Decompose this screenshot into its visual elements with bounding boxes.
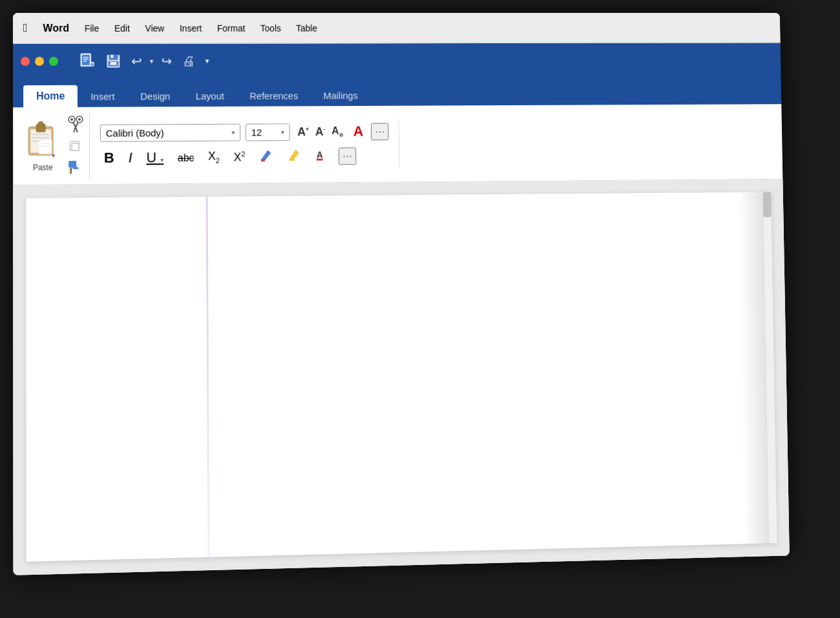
menu-item-edit[interactable]: Edit [114,23,130,33]
mac-menubar:  Word File Edit View Insert Format Tool… [13,13,781,44]
menu-item-insert[interactable]: Insert [180,23,202,33]
svg-rect-1 [82,55,90,65]
close-button[interactable] [21,57,30,66]
tab-home[interactable]: Home [23,85,78,107]
svg-text:▾: ▾ [52,152,55,158]
font-name-dropdown-arrow: ▾ [231,129,235,136]
word-window: ↩ ▾ ↪ 🖨 ▾ Home Insert Design Layout [13,43,790,575]
text-color-button[interactable]: A [311,147,332,167]
svg-line-29 [76,121,78,127]
new-document-button[interactable] [75,50,100,72]
increase-font-size-button[interactable]: A+ [295,124,311,140]
underline-button[interactable]: U ▾ [142,148,167,167]
svg-rect-36 [261,159,265,161]
toolbar-icons: ↩ ▾ ↪ 🖨 ▾ [75,50,213,72]
font-size-dropdown-arrow: ▾ [281,129,284,136]
menu-item-format[interactable]: Format [217,23,246,33]
font-glyph-button[interactable] [255,147,277,167]
document-artifact [206,197,210,557]
tab-insert[interactable]: Insert [78,86,127,107]
screen-container:  Word File Edit View Insert Format Tool… [13,13,790,575]
ribbon-content: ▾ Paste [13,104,782,185]
tab-design[interactable]: Design [127,85,183,107]
document-area [13,180,790,575]
document-page[interactable] [26,192,777,561]
svg-line-31 [76,127,78,132]
maximize-button[interactable] [49,57,58,66]
print-button[interactable]: 🖨 [178,51,199,71]
svg-text:A: A [317,150,323,160]
format-painter-button[interactable] [67,159,84,177]
menu-item-tools[interactable]: Tools [260,23,281,33]
scrollbar-thumb[interactable] [763,192,772,217]
svg-rect-19 [38,121,43,127]
font-size-buttons: A+ A- A⊘ [295,123,346,139]
apple-menu-icon[interactable]:  [23,21,28,35]
undo-button[interactable]: ↩ [127,51,146,72]
svg-rect-37 [289,159,295,161]
bold-button[interactable]: B [100,148,118,167]
svg-rect-12 [110,62,116,65]
tab-references[interactable]: References [237,85,311,107]
tab-mailings[interactable]: Mailings [311,85,371,106]
undo-dropdown-button[interactable]: ▾ [149,57,155,65]
paste-label: Paste [33,163,53,172]
font-more-button[interactable]: ⋯ [371,123,388,140]
svg-point-26 [70,118,73,120]
paste-area: ▾ Paste [26,120,59,172]
svg-rect-20 [39,139,52,154]
font-row-1: Calibri (Body) ▾ 12 ▾ A+ A- A⊘ [100,122,388,143]
cut-button[interactable] [67,114,84,134]
clipboard-section: ▾ Paste [21,111,90,180]
italic-button[interactable]: I [125,148,136,167]
menu-item-word[interactable]: Word [43,22,69,34]
traffic-lights [21,57,58,66]
decrease-font-size-button[interactable]: A- [313,123,328,139]
svg-rect-39 [317,159,323,161]
cut-copy-area [65,114,84,177]
minimize-button[interactable] [35,57,44,66]
format-more-button[interactable]: ⋯ [339,147,356,165]
subscript-button[interactable]: X2 [204,149,224,166]
tab-layout[interactable]: Layout [183,85,237,107]
redo-button[interactable]: ↪ [158,51,176,72]
menu-item-view[interactable]: View [145,23,165,33]
svg-point-27 [78,118,81,120]
font-name-dropdown[interactable]: Calibri (Body) ▾ [100,123,240,141]
highlight-button[interactable] [283,147,304,167]
svg-rect-35 [70,167,72,174]
copy-button[interactable] [67,138,84,155]
menu-item-file[interactable]: File [85,23,99,33]
paste-button[interactable]: ▾ [26,120,59,161]
superscript-button[interactable]: X2 [230,149,249,165]
font-size-dropdown[interactable]: 12 ▾ [246,123,290,141]
font-row-2: B I U ▾ abc X2 [100,146,389,168]
font-theme-button[interactable]: A [351,122,366,141]
svg-rect-33 [72,143,79,150]
title-bar: ↩ ▾ ↪ 🖨 ▾ [13,43,781,79]
font-section: Calibri (Body) ▾ 12 ▾ A+ A- A⊘ [90,119,399,170]
svg-rect-10 [110,55,113,58]
strikethrough-button[interactable]: abc [174,149,198,166]
clear-formatting-button[interactable]: A⊘ [329,123,346,139]
ribbon-tabs: Home Insert Design Layout References Mai… [13,77,781,108]
underline-dropdown[interactable]: ▾ [160,156,163,163]
toolbar-more-button[interactable]: ▾ [202,54,213,68]
menu-item-table[interactable]: Table [296,23,317,33]
svg-line-28 [73,121,76,127]
save-button[interactable] [102,51,125,72]
